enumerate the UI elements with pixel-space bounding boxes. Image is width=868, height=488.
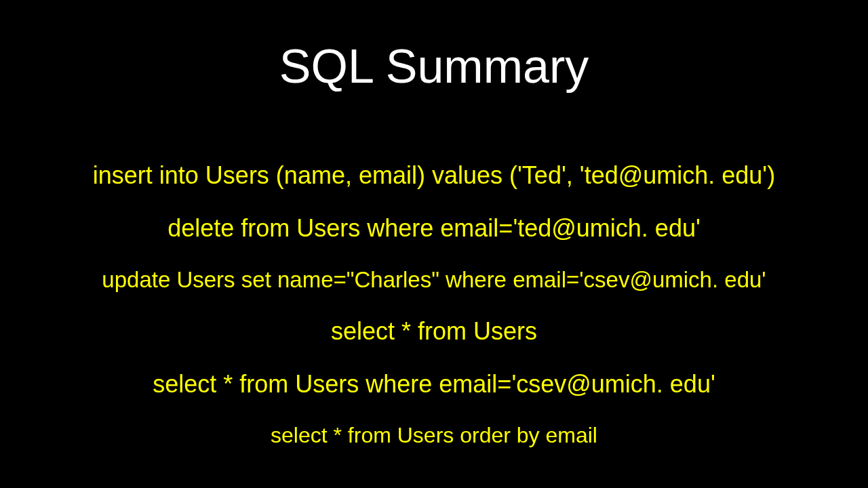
sql-select-order-statement: select * from Users order by email — [271, 423, 597, 448]
sql-statements-container: insert into Users (name, email) values (… — [0, 161, 868, 448]
sql-insert-statement: insert into Users (name, email) values (… — [93, 161, 775, 190]
sql-select-where-statement: select * from Users where email='csev@um… — [153, 370, 715, 399]
slide-title: SQL Summary — [279, 39, 589, 94]
sql-delete-statement: delete from Users where email='ted@umich… — [167, 214, 701, 243]
sql-select-all-statement: select * from Users — [331, 317, 537, 346]
presentation-slide: SQL Summary insert into Users (name, ema… — [0, 0, 868, 488]
sql-update-statement: update Users set name="Charles" where em… — [102, 267, 766, 293]
